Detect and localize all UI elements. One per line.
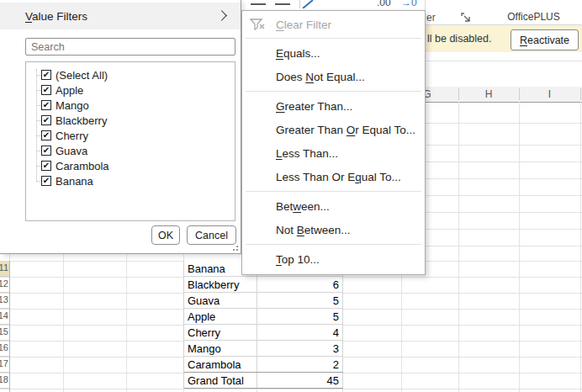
menu-item-less-than[interactable]: Less Than... (242, 141, 425, 165)
filter-list-item[interactable]: ✔Cherry (26, 128, 235, 143)
pivot-cell-value[interactable]: 5 (257, 309, 343, 324)
gridline (425, 246, 582, 246)
pivot-cell-label[interactable]: Grand Total (184, 373, 257, 388)
gridline (425, 341, 582, 342)
menu-item-top-10[interactable]: Top 10... (242, 247, 425, 271)
checkbox-checked[interactable]: ✔ (41, 161, 51, 171)
pivot-cell-label[interactable]: Cherry (184, 325, 257, 340)
column-header-band: G H I (425, 87, 582, 103)
row-header[interactable]: 16 (0, 341, 9, 357)
orientation-icon-fragment (302, 0, 315, 8)
pivot-table: BananaBlackberry6Guava5Apple5Cherry4Mang… (183, 261, 343, 389)
filter-list-item[interactable]: ✔Carambola (26, 158, 235, 173)
row-header-column: 111213141516171819 (0, 261, 10, 392)
menu-item-greater-than-or-equal-to[interactable]: Greater Than Or Equal To... (242, 118, 425, 141)
table-row: Mango3 (184, 341, 343, 357)
menu-item-between[interactable]: Between... (242, 194, 425, 218)
increase-decimal-icon[interactable]: .00 (377, 0, 391, 8)
checkbox-checked[interactable]: ✔ (41, 85, 51, 95)
filter-list-item[interactable]: ✔Mango (26, 98, 235, 113)
row-header[interactable]: 15 (0, 325, 9, 341)
filter-list-item[interactable]: ✔Banana (26, 173, 235, 188)
pivot-cell-value[interactable]: 2 (257, 357, 343, 372)
gridline (458, 102, 459, 392)
menu-item-greater-than[interactable]: Greater Than... (242, 94, 425, 118)
decimal-buttons-fragment[interactable]: .00 →0 (377, 0, 424, 8)
gridline (425, 325, 582, 326)
row-header[interactable]: 12 (0, 277, 9, 293)
sheet-grid[interactable] (425, 102, 582, 392)
checkbox-checked[interactable]: ✔ (41, 176, 51, 186)
row-header[interactable]: 14 (0, 309, 9, 325)
menu-separator (246, 38, 421, 39)
filter-list-item[interactable]: ✔(Select All) (26, 67, 235, 82)
pivot-cell-label[interactable]: Mango (184, 341, 257, 356)
menu-item-does-not-equal[interactable]: Does Not Equal... (242, 65, 425, 88)
checkbox-checked[interactable]: ✔ (41, 115, 51, 125)
gridline (425, 195, 582, 196)
table-row: Grand Total45 (184, 372, 343, 389)
menu-item-less-than-or-equal-to[interactable]: Less Than Or Equal To... (242, 165, 425, 188)
gridline (425, 145, 582, 146)
checkbox-checked[interactable]: ✔ (41, 130, 51, 140)
table-row: Cherry4 (184, 325, 343, 341)
gridline (126, 254, 127, 392)
pivot-cell-value[interactable]: 3 (257, 341, 343, 356)
gridline (425, 309, 582, 310)
chevron-right-icon (216, 10, 227, 21)
filter-list-item[interactable]: ✔Guava (26, 143, 235, 158)
column-header-h[interactable]: H (458, 88, 519, 100)
gridline (425, 357, 582, 358)
menu-item-clear-filter[interactable]: Clear Filter (242, 13, 425, 35)
filter-list-item[interactable]: ✔Blackberry (26, 113, 235, 128)
pivot-cell-value[interactable]: 6 (257, 277, 343, 292)
cancel-button[interactable]: Cancel (187, 225, 236, 245)
pivot-cell-label[interactable]: Guava (184, 293, 257, 308)
pivot-cell-label[interactable]: Carambola (184, 357, 257, 372)
gridline (63, 254, 64, 392)
checkbox-checked[interactable]: ✔ (41, 100, 51, 110)
gridline (425, 277, 582, 278)
pivot-cell-value[interactable]: 4 (257, 325, 343, 340)
pivot-cell-label[interactable]: Blackberry (184, 277, 257, 292)
row-header[interactable]: 11 (0, 261, 9, 277)
tree-line (36, 181, 41, 182)
filter-item-label: Banana (56, 175, 93, 188)
table-row: Guava5 (184, 293, 343, 309)
gridline (425, 373, 582, 373)
ok-button[interactable]: OK (151, 225, 180, 245)
ribbon-separator (299, 0, 300, 8)
dialog-launcher-icon[interactable] (461, 13, 471, 23)
menu-item-not-between[interactable]: Not Between... (242, 218, 425, 241)
reactivate-button[interactable]: Reactivate (511, 29, 579, 50)
filter-list-item[interactable]: ✔Apple (26, 82, 235, 98)
column-header-i[interactable]: I (519, 88, 580, 100)
row-header[interactable]: 19 (0, 389, 9, 392)
clear-filter-icon (249, 17, 266, 32)
row-header[interactable]: 13 (0, 293, 9, 309)
column-divider (580, 88, 581, 100)
resize-grip[interactable] (231, 244, 238, 251)
filter-item-label: Apple (56, 84, 83, 97)
align-icon-fragment (251, 3, 266, 5)
message-bar: ll be disabled. Reactivate (421, 25, 582, 52)
pivot-cell-value[interactable]: 5 (257, 293, 343, 308)
checkbox-checked[interactable]: ✔ (41, 70, 51, 80)
row-header[interactable]: 17 (0, 357, 9, 373)
gridline (580, 102, 581, 392)
pivot-cell-label[interactable]: Apple (184, 309, 257, 324)
filter-value-list: ✔(Select All)✔Apple✔Mango✔Blackberry✔Che… (25, 61, 235, 221)
checkbox-checked[interactable]: ✔ (41, 146, 51, 156)
tab-officeplus[interactable]: OfficePLUS (502, 11, 565, 23)
menu-item-equals[interactable]: Equals... (242, 41, 425, 65)
search-input[interactable] (25, 38, 235, 56)
message-bar-text: ll be disabled. (427, 33, 491, 45)
pivot-cell-value[interactable]: 45 (257, 373, 343, 388)
menu-item-value-filters[interactable]: Value Filters (0, 3, 241, 29)
tree-line (36, 105, 41, 106)
table-row: Apple5 (184, 309, 343, 325)
decrease-decimal-icon[interactable]: →0 (401, 0, 417, 8)
row-header[interactable]: 18 (0, 373, 9, 389)
filter-item-label: Mango (56, 99, 89, 112)
gridline (425, 229, 582, 230)
